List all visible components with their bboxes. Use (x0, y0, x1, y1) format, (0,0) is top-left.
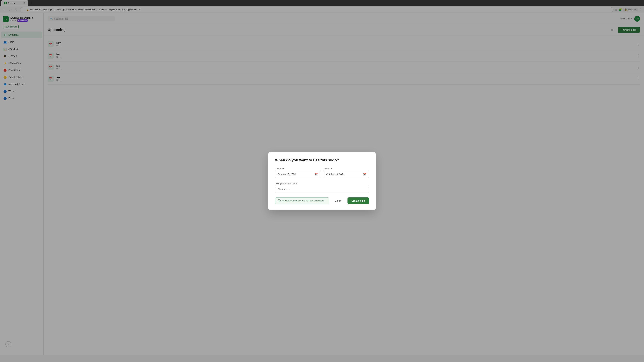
end-date-label: End date (324, 167, 369, 170)
start-date-input[interactable]: October 10, 2024 📅 (275, 171, 320, 178)
name-label: Give your slido a name (275, 182, 369, 185)
calendar-icon: 📅 (363, 173, 366, 176)
end-date-input[interactable]: October 13, 2024 📅 (324, 171, 369, 178)
info-icon: i (278, 199, 280, 202)
end-date-field: End date October 13, 2024 📅 (324, 167, 369, 178)
create-slido-modal: When do you want to use this slido? Star… (268, 152, 376, 210)
start-date-label: Start date (275, 167, 320, 170)
start-date-value: October 10, 2024 (278, 173, 296, 176)
modal-footer: i Anyone with the code or link can parti… (275, 197, 369, 204)
start-date-field: Start date October 10, 2024 📅 (275, 167, 320, 178)
participation-text: Anyone with the code or link can partici… (282, 199, 324, 202)
end-date-value: October 13, 2024 (326, 173, 344, 176)
calendar-icon: 📅 (314, 173, 318, 176)
name-field: Give your slido a name (275, 182, 369, 193)
modal-overlay[interactable]: When do you want to use this slido? Star… (0, 0, 644, 355)
modal-title: When do you want to use this slido? (275, 158, 369, 162)
slido-name-input[interactable] (275, 186, 369, 193)
cancel-button[interactable]: Cancel (332, 198, 346, 204)
date-row: Start date October 10, 2024 📅 End date O… (275, 167, 369, 178)
participation-info: i Anyone with the code or link can parti… (275, 197, 330, 204)
create-slido-submit-button[interactable]: Create slido (348, 197, 369, 204)
